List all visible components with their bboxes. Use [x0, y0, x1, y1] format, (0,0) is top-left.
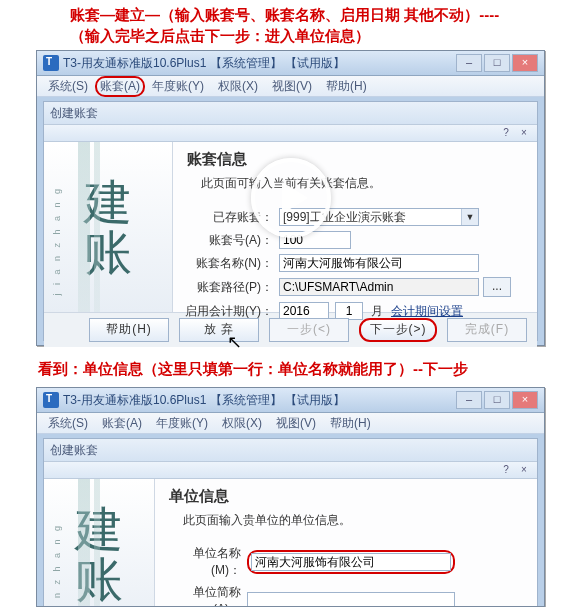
label-unit-name: 单位名称(M)： — [167, 545, 247, 579]
minimize-button[interactable]: – — [456, 391, 482, 409]
app-icon — [43, 392, 59, 408]
wizard-side-panel: 建账 j i a n z h a n g — [44, 479, 155, 607]
dialog-caption: 创建账套 — [50, 442, 98, 459]
dialog-help-button[interactable]: ? — [497, 127, 515, 139]
input-account-name[interactable] — [279, 254, 479, 272]
form-desc: 此页面输入贵单位的单位信息。 — [183, 512, 537, 529]
cancel-button[interactable]: 放 弃 — [179, 318, 259, 342]
browse-button[interactable]: ... — [483, 277, 511, 297]
wizard-side-panel: 建账 j i a n z h a n g — [44, 142, 173, 312]
form-title: 单位信息 — [169, 487, 537, 506]
prev-button: 一步(<) — [269, 318, 349, 342]
menu-help[interactable]: 帮助(H) — [319, 77, 374, 96]
cursor-icon: ↖ — [227, 331, 242, 353]
dialog-help-button[interactable]: ? — [497, 464, 515, 476]
menu-priv[interactable]: 权限(X) — [211, 77, 265, 96]
next-button[interactable]: 下一步(>) — [359, 318, 437, 342]
instruction-caption-1: 账套—建立—（输入账套号、账套名称、启用日期 其他不动）---- （输入完毕之后… — [0, 0, 581, 48]
label-period: 启用会计期(Y)： — [185, 303, 279, 320]
menu-year[interactable]: 年度账(Y) — [145, 77, 211, 96]
input-account-path — [279, 278, 479, 296]
menu-account[interactable]: 账套(A) — [95, 76, 145, 97]
maximize-button[interactable]: □ — [484, 54, 510, 72]
label-id: 账套号(A)： — [185, 232, 279, 249]
menu-system[interactable]: 系统(S) — [41, 414, 95, 433]
close-button[interactable]: × — [512, 391, 538, 409]
menu-priv[interactable]: 权限(X) — [215, 414, 269, 433]
instruction-caption-2: 看到：单位信息（这里只填第一行：单位名称就能用了）--下一步 — [0, 352, 581, 385]
label-unit-abbr: 单位简称(A)： — [167, 584, 247, 607]
input-unit-name[interactable] — [251, 553, 451, 571]
finish-button: 完成(F) — [447, 318, 527, 342]
close-button[interactable]: × — [512, 54, 538, 72]
menu-account[interactable]: 账套(A) — [95, 414, 149, 433]
window-title: T3-用友通标准版10.6Plus1 【系统管理】 【试用版】 — [63, 392, 456, 409]
window-title: T3-用友通标准版10.6Plus1 【系统管理】 【试用版】 — [63, 55, 456, 72]
menu-year[interactable]: 年度账(Y) — [149, 414, 215, 433]
dialog-caption: 创建账套 — [50, 105, 98, 122]
menu-view[interactable]: 视图(V) — [265, 77, 319, 96]
dialog-close-button[interactable]: × — [515, 127, 533, 139]
menu-bar: 系统(S) 账套(A) 年度账(Y) 权限(X) 视图(V) 帮助(H) — [37, 413, 544, 434]
chevron-down-icon: ▼ — [461, 209, 478, 225]
dialog-close-button[interactable]: × — [515, 464, 533, 476]
menu-help[interactable]: 帮助(H) — [323, 414, 378, 433]
label-path: 账套路径(P)： — [185, 279, 279, 296]
maximize-button[interactable]: □ — [484, 391, 510, 409]
menu-bar: 系统(S) 账套(A) 年度账(Y) 权限(X) 视图(V) 帮助(H) — [37, 76, 544, 97]
window-titlebar: T3-用友通标准版10.6Plus1 【系统管理】 【试用版】 – □ × — [37, 51, 544, 76]
input-unit-abbr[interactable] — [247, 592, 455, 607]
form-title: 账套信息 — [187, 150, 537, 169]
minimize-button[interactable]: – — [456, 54, 482, 72]
month-label: 月 — [371, 303, 383, 320]
play-overlay-icon[interactable] — [251, 158, 331, 238]
app-icon — [43, 55, 59, 71]
label-name: 账套名称(N)： — [185, 255, 279, 272]
menu-system[interactable]: 系统(S) — [41, 77, 95, 96]
help-button[interactable]: 帮助(H) — [89, 318, 169, 342]
menu-view[interactable]: 视图(V) — [269, 414, 323, 433]
window-titlebar: T3-用友通标准版10.6Plus1 【系统管理】 【试用版】 – □ × — [37, 388, 544, 413]
period-settings-link[interactable]: 会计期间设置 — [391, 303, 463, 320]
